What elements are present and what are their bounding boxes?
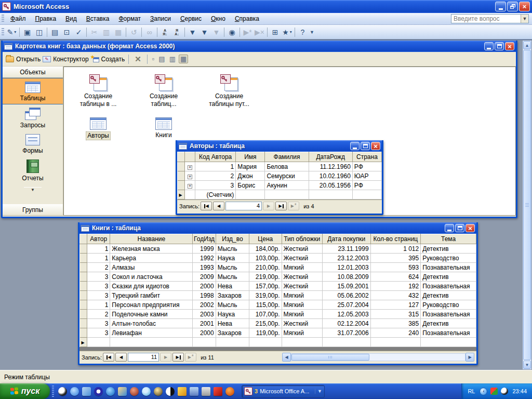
datasheet-cell[interactable]: 432 — [370, 291, 421, 300]
last-record-button[interactable]: ▶ — [275, 202, 287, 210]
column-header[interactable]: Тема — [421, 234, 476, 244]
datasheet-cell[interactable]: Железная маска — [110, 244, 193, 254]
datasheet-cell[interactable]: 25.07.2004 — [323, 300, 371, 310]
design-button[interactable]: ✎ Конструктор — [43, 56, 88, 63]
hide-tray-icons-icon[interactable]: ‹ — [480, 388, 487, 395]
menu-help[interactable]: Справка — [230, 14, 264, 24]
record-selector[interactable] — [80, 300, 87, 310]
windows-explorer-icon[interactable] — [118, 387, 127, 396]
scroll-left-icon[interactable]: ◀ — [282, 353, 291, 362]
datasheet-cell[interactable]: Турецкий гамбит — [110, 291, 193, 300]
sidebar-more-button[interactable]: ▼ — [3, 184, 63, 196]
groups-header[interactable]: Группы — [3, 204, 63, 216]
datasheet-cell[interactable]: 103,00р. — [249, 254, 282, 263]
sidebar-item-queries[interactable]: Запросы — [3, 104, 63, 131]
datasheet-cell[interactable]: 31.07.2006 — [323, 328, 371, 338]
close-button[interactable]: × — [519, 2, 530, 11]
menu-records[interactable]: Записи — [145, 14, 176, 24]
datasheet-cell[interactable]: Мысль — [216, 272, 249, 282]
datasheet-cell[interactable]: Мягкий — [282, 300, 323, 310]
datasheet-cell[interactable]: 624 — [370, 272, 421, 282]
datasheet-cell[interactable]: Руководство — [421, 300, 476, 310]
datasheet-cell[interactable]: Жесткий — [282, 319, 323, 328]
datasheet-cell[interactable]: 1993 — [193, 263, 216, 272]
datasheet-cell[interactable]: 215,00р. — [249, 319, 282, 328]
firefox-icon[interactable] — [225, 387, 234, 396]
db-maximize-button[interactable] — [495, 42, 504, 50]
language-indicator[interactable]: RL — [466, 388, 476, 395]
datasheet-cell[interactable]: Познавательная — [421, 328, 476, 338]
internet-explorer-icon[interactable] — [70, 387, 79, 396]
icq-icon[interactable] — [94, 387, 103, 396]
panda-tray-icon[interactable] — [501, 388, 508, 395]
datasheet-cell[interactable]: 3 — [87, 282, 110, 291]
datasheet-cell[interactable]: 1 — [195, 162, 236, 171]
datasheet-cell[interactable] — [265, 190, 309, 200]
datasheet-cell[interactable]: Мягкий — [282, 310, 323, 319]
datasheet-cell[interactable]: 119,00р. — [249, 328, 282, 338]
datasheet-cell[interactable]: 1 012 — [370, 244, 421, 254]
datasheet-cell[interactable]: ЮАР — [352, 171, 381, 181]
datasheet-cell[interactable]: Левиафан — [110, 328, 193, 338]
books-close-button[interactable]: × — [466, 224, 475, 232]
authors-window-titlebar[interactable]: Авторы : таблица × — [177, 140, 382, 152]
sidebar-item-reports[interactable]: Отчеты — [3, 156, 63, 184]
datasheet-cell[interactable]: Детектив — [421, 319, 476, 328]
toolbar-options-icon[interactable]: ▼ — [310, 30, 316, 35]
datasheet-cell[interactable]: Мысль — [216, 300, 249, 310]
datasheet-cell[interactable]: 1999 — [193, 244, 216, 254]
database-window-button[interactable]: ⊞ — [269, 26, 281, 38]
expand-cell[interactable]: + — [185, 162, 195, 171]
db-minimize-button[interactable] — [484, 42, 494, 50]
help-button[interactable]: ? — [297, 26, 309, 38]
books-window-titlebar[interactable]: Книги : таблица × — [79, 222, 476, 234]
datasheet-cell[interactable] — [216, 338, 249, 347]
datasheet-cell[interactable]: РФ — [352, 162, 381, 171]
create-button[interactable]: ★ Создать — [91, 56, 125, 63]
datasheet-cell[interactable] — [352, 190, 381, 200]
table-object-item[interactable]: Авторы — [74, 117, 122, 140]
authors-close-button[interactable]: × — [371, 142, 380, 150]
column-header[interactable]: Фамилия — [265, 152, 309, 162]
media-player-icon[interactable] — [106, 387, 115, 396]
datasheet-cell[interactable]: 315 — [370, 310, 421, 319]
datasheet-cell[interactable]: 02.12.2004 — [323, 319, 371, 328]
datasheet-cell[interactable]: Мысль — [216, 244, 249, 254]
record-selector[interactable] — [80, 272, 87, 282]
datasheet-cell[interactable]: Детектив — [421, 291, 476, 300]
table-wizard-item[interactable]: Создание таблицы пут... — [205, 74, 253, 108]
datasheet-cell[interactable]: 05.06.2002 — [323, 291, 371, 300]
datasheet-cell[interactable]: 1992 — [193, 254, 216, 263]
datasheet-cell[interactable]: 192 — [370, 282, 421, 291]
datasheet-cell[interactable]: 12.05.2003 — [323, 310, 371, 319]
datasheet-cell[interactable] — [110, 338, 193, 347]
datasheet-cell[interactable]: Руководство — [421, 254, 476, 263]
winamp-icon[interactable] — [178, 387, 187, 396]
datasheet-cell[interactable]: Нева — [216, 319, 249, 328]
shockwave-icon[interactable] — [130, 387, 139, 396]
sort-ascending-button[interactable]: АЯ↓ — [159, 26, 171, 38]
table-wizard-item[interactable]: Создание таблицы в ... — [74, 74, 122, 108]
toolbar-drag-handle[interactable] — [2, 28, 4, 36]
datasheet-cell[interactable] — [236, 190, 265, 200]
menu-insert[interactable]: Вставка — [82, 14, 114, 24]
filter-by-selection-button[interactable]: ▼ — [187, 26, 198, 38]
datasheet-cell[interactable]: 15.09.2001 — [323, 282, 371, 291]
menu-drag-handle[interactable] — [2, 15, 4, 23]
datasheet-cell[interactable]: Нева — [216, 282, 249, 291]
record-selector[interactable] — [80, 328, 87, 338]
outlook-express-icon[interactable] — [82, 387, 91, 396]
record-selector[interactable] — [80, 282, 87, 291]
datasheet-cell[interactable] — [323, 338, 371, 347]
datasheet-cell[interactable]: 11.12.1960 — [309, 162, 352, 171]
db-close-button[interactable]: × — [505, 42, 514, 50]
table-object-item[interactable]: Книги — [140, 117, 188, 140]
datasheet-cell[interactable]: 2009 — [193, 272, 216, 282]
small-icons-view-icon[interactable]: ▤ — [157, 55, 166, 63]
menu-edit[interactable]: Правка — [31, 14, 61, 24]
record-number-input[interactable]: 4 — [225, 202, 262, 210]
datasheet-cell[interactable]: 2002 — [193, 300, 216, 310]
column-header[interactable]: Изд_во — [216, 234, 249, 244]
menu-file[interactable]: Файл — [6, 14, 31, 24]
file-search-button[interactable]: ◫ — [33, 26, 45, 38]
